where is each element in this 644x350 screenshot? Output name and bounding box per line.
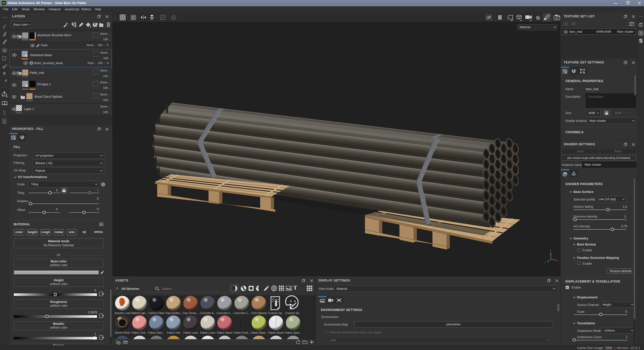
svg-text:X: X <box>557 259 558 262</box>
svg-text:S: S <box>30 62 32 65</box>
svg-text:Y: Y <box>550 250 552 252</box>
svg-text:Z: Z <box>545 261 546 264</box>
